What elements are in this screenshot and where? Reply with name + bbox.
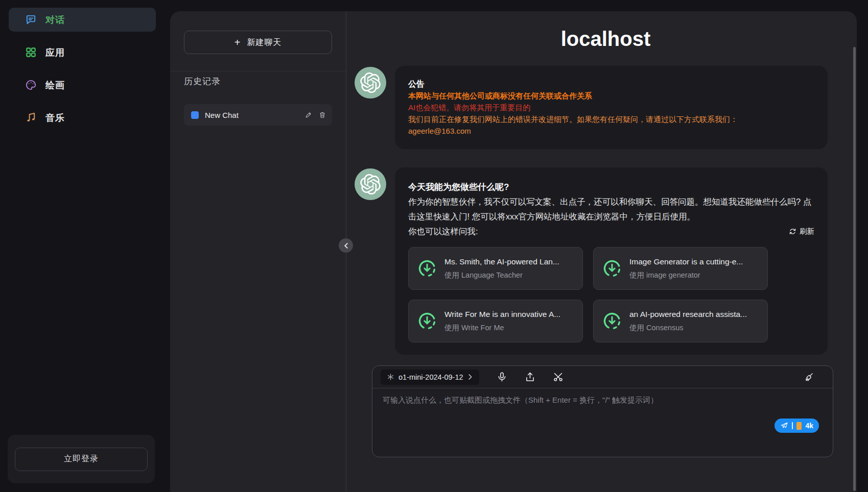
- suggestion-title: Write For Me is an innovative A...: [444, 308, 560, 321]
- suggestion-title: an AI-powered research assista...: [629, 308, 747, 321]
- suggestion-card[interactable]: an AI-powered research assista... 使用 Con…: [593, 300, 768, 342]
- suggestion-subtitle: 使用 Consensus: [629, 322, 747, 334]
- voice-input-button[interactable]: [497, 372, 507, 382]
- new-chat-button[interactable]: + 新建聊天: [184, 31, 332, 54]
- sparkle-icon: [387, 373, 394, 381]
- scissors-icon: [553, 372, 564, 382]
- login-button[interactable]: 立即登录: [15, 448, 148, 471]
- announcement-bubble: 公告 本网站与任何其他公司或商标没有任何关联或合作关系 AI也会犯错。请勿将其用…: [395, 66, 828, 149]
- music-note-icon: [25, 112, 37, 124]
- upload-file-button[interactable]: [525, 372, 535, 382]
- divider: [170, 71, 346, 71]
- assistant-message-welcome: 今天我能为您做些什么呢? 作为你的智慧伙伴，我不仅可以写文案、出点子，还可以和你…: [355, 167, 857, 355]
- message-input[interactable]: [372, 388, 833, 457]
- composer-toolbar: o1-mini-2024-09-12: [372, 366, 833, 388]
- sidebar-item-chat[interactable]: 对话: [9, 8, 156, 32]
- palette-icon: [25, 79, 37, 91]
- assistant-avatar: [355, 168, 386, 200]
- plugin-download-icon: [417, 311, 437, 331]
- sidebar-nav: 对话 应用 绘画: [0, 0, 165, 130]
- edit-icon[interactable]: [305, 111, 312, 118]
- assistant-message-announcement: 公告 本网站与任何其他公司或商标没有任何关联或合作关系 AI也会犯错。请勿将其用…: [355, 66, 857, 149]
- history-heading: 历史记录: [184, 76, 332, 87]
- chat-item-title: New Chat: [205, 111, 299, 119]
- announcement-line: 我们目前正在修复我们网站上的错误并改进细节。如果您有任何疑问，请通过以下方式联系…: [408, 113, 814, 125]
- send-button[interactable]: 4k: [775, 419, 819, 433]
- suggestion-subtitle: 使用 image generator: [629, 269, 743, 281]
- chat-area: localhost 公告 本网站与任何其他公司或商标没有任何关联或合作关系 AI…: [346, 11, 857, 492]
- suggestion-subtitle: 使用 Language Teacher: [444, 269, 559, 281]
- broom-icon: [804, 372, 814, 382]
- suggestion-subtitle: 使用 Write For Me: [444, 322, 560, 334]
- apps-grid-icon: [25, 46, 37, 58]
- token-count: 4k: [805, 422, 813, 430]
- login-card: 立即登录: [8, 435, 155, 483]
- microphone-icon: [497, 372, 507, 382]
- contact-email-link[interactable]: ageerle@163.com: [408, 125, 471, 137]
- plugin-download-icon: [602, 311, 622, 331]
- history-panel: + 新建聊天 历史记录 New Chat: [170, 11, 346, 492]
- sidebar: 对话 应用 绘画: [0, 0, 165, 492]
- announcement-line: 本网站与任何其他公司或商标没有任何关联或合作关系: [408, 90, 814, 102]
- chat-bubble-icon: [25, 14, 37, 26]
- sidebar-item-label: 绘画: [45, 79, 65, 91]
- sidebar-item-label: 应用: [45, 46, 65, 59]
- announcement-line: AI也会犯错。请勿将其用于重要目的: [408, 102, 814, 113]
- welcome-heading: 今天我能为您做些什么呢?: [408, 180, 814, 194]
- chevron-right-icon: [467, 374, 473, 380]
- suggestion-card[interactable]: Image Generator is a cutting-e... 使用 ima…: [593, 247, 768, 290]
- badge-divider: [792, 422, 793, 429]
- sidebar-item-apps[interactable]: 应用: [9, 40, 156, 64]
- suggestion-card[interactable]: Ms. Smith, the AI-powered Lan... 使用 Lang…: [408, 247, 583, 290]
- scrollbar[interactable]: [853, 47, 856, 491]
- sidebar-item-draw[interactable]: 绘画: [9, 73, 156, 97]
- token-battery-icon: [796, 422, 802, 430]
- plus-icon: +: [234, 37, 241, 47]
- refresh-icon: [789, 228, 796, 235]
- sidebar-item-label: 对话: [45, 14, 65, 26]
- chat-item-actions: [305, 111, 326, 118]
- refresh-suggestions-button[interactable]: 刷新: [789, 227, 814, 236]
- send-plane-icon: [780, 422, 788, 430]
- history-chat-item[interactable]: New Chat: [184, 104, 332, 126]
- upload-icon: [525, 372, 535, 382]
- clip-screenshot-button[interactable]: [553, 372, 564, 382]
- chat-color-swatch: [191, 111, 199, 119]
- clear-context-button[interactable]: [804, 372, 814, 382]
- delete-icon[interactable]: [319, 111, 326, 118]
- suggestion-card[interactable]: Write For Me is an innovative A... 使用 Wr…: [408, 300, 583, 342]
- assistant-avatar: [355, 67, 386, 99]
- welcome-bubble: 今天我能为您做些什么呢? 作为你的智慧伙伴，我不仅可以写文案、出点子，还可以和你…: [395, 167, 828, 355]
- suggestion-title: Ms. Smith, the AI-powered Lan...: [444, 256, 559, 268]
- sidebar-item-label: 音乐: [45, 112, 65, 124]
- composer: o1-mini-2024-09-12: [372, 365, 833, 457]
- plugin-download-icon: [417, 258, 437, 279]
- model-name: o1-mini-2024-09-12: [398, 373, 463, 381]
- model-selector[interactable]: o1-mini-2024-09-12: [381, 370, 479, 385]
- openai-logo-icon: [360, 72, 381, 93]
- new-chat-label: 新建聊天: [247, 37, 281, 48]
- announcement-heading: 公告: [408, 78, 814, 90]
- history-list: New Chat: [184, 104, 332, 126]
- workspace-panel: + 新建聊天 历史记录 New Chat: [170, 11, 857, 492]
- sidebar-item-music[interactable]: 音乐: [9, 106, 156, 130]
- openai-logo-icon: [360, 174, 381, 194]
- welcome-body: 作为你的智慧伙伴，我不仅可以写文案、出点子，还可以和你聊天、回答问题。想知道我还…: [408, 194, 814, 224]
- plugin-download-icon: [602, 258, 622, 279]
- ask-hint: 你也可以这样问我:: [408, 224, 478, 239]
- page-title: localhost: [355, 28, 857, 51]
- suggestion-title: Image Generator is a cutting-e...: [629, 256, 743, 268]
- refresh-label: 刷新: [800, 227, 814, 236]
- suggestion-grid: Ms. Smith, the AI-powered Lan... 使用 Lang…: [408, 247, 814, 342]
